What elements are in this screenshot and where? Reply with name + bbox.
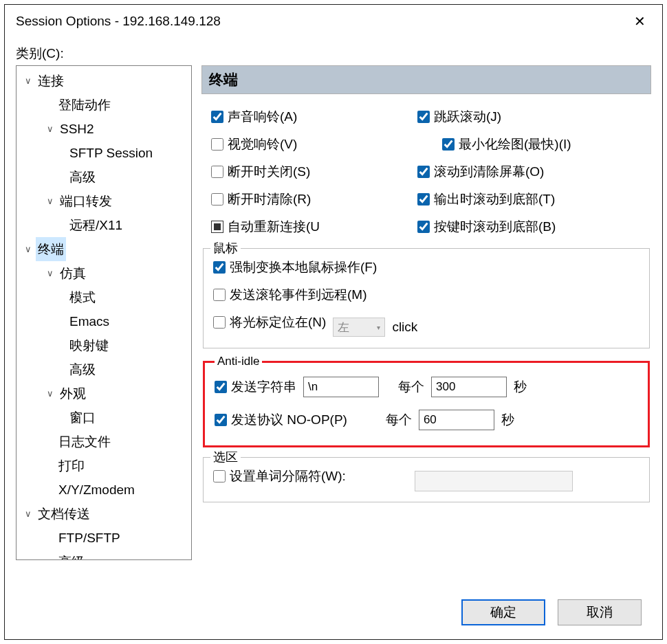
chevron-down-icon: ▾ — [377, 324, 380, 331]
tree-item-ftpsftp[interactable]: FTP/SFTP — [17, 526, 191, 550]
tree-item-filetransfer[interactable]: ∨文档传送 — [17, 502, 191, 526]
group-mouse-legend: 鼠标 — [210, 240, 241, 256]
tree-item-advanced2[interactable]: 高级 — [17, 357, 191, 381]
tree-item-mapkey[interactable]: 映射键 — [17, 333, 191, 357]
dialog-footer: 确定 取消 — [461, 599, 642, 625]
send-string-input[interactable] — [303, 377, 379, 397]
checkbox-send-string[interactable]: 发送字符串 — [215, 378, 296, 396]
checkbox-close-disconnect[interactable]: 断开时关闭(S) — [211, 163, 417, 181]
tree-item-xyzmodem[interactable]: X/Y/Zmodem — [17, 478, 191, 502]
send-string-seconds-input[interactable] — [431, 377, 507, 397]
checkbox-send-protocol[interactable]: 发送协议 NO-OP(P) — [215, 411, 347, 429]
checkbox-scroll-bottom-output[interactable]: 输出时滚动到底部(T) — [417, 190, 571, 208]
group-anti-idle: Anti-idle 发送字符串 每个 秒 发送协议 NO-OP(P) 每个 秒 — [203, 361, 650, 447]
checkbox-send-wheel[interactable]: 发送滚轮事件到远程(M) — [213, 286, 367, 304]
tree-item-appearance[interactable]: ∨外观 — [17, 381, 191, 406]
tree-item-window[interactable]: 窗口 — [17, 406, 191, 430]
checkbox-word-delim[interactable]: 设置单词分隔符(W): — [213, 467, 346, 485]
checkbox-place-cursor[interactable]: 将光标定位在(N) — [213, 313, 326, 331]
send-protocol-seconds-input[interactable] — [419, 410, 494, 430]
checkbox-force-local-mouse[interactable]: 强制变换本地鼠标操作(F) — [213, 258, 377, 276]
tree-item-terminal[interactable]: ∨终端 — [17, 237, 191, 261]
word-delim-input — [415, 471, 573, 491]
tree-item-emacs[interactable]: Emacs — [17, 309, 191, 333]
checkbox-clear-disconnect[interactable]: 断开时清除(R) — [211, 190, 417, 208]
group-mouse: 鼠标 强制变换本地鼠标操作(F) 发送滚轮事件到远程(M) 将光标定位在(N) … — [203, 248, 650, 348]
tree-item-connection[interactable]: ∨连接 — [17, 69, 191, 93]
tree-item-ssh2[interactable]: ∨SSH2 — [17, 117, 191, 141]
checkbox-scroll-bottom-key[interactable]: 按键时滚动到底部(B) — [417, 218, 571, 236]
tree-item-logon[interactable]: 登陆动作 — [17, 93, 191, 117]
tree-item-emulation[interactable]: ∨仿真 — [17, 261, 191, 285]
tree-item-advanced1[interactable]: 高级 — [17, 165, 191, 189]
seconds-label-1: 秒 — [514, 378, 527, 396]
tree-item-portfwd[interactable]: ∨端口转发 — [17, 189, 191, 213]
group-anti-idle-legend: Anti-idle — [215, 355, 262, 368]
tree-item-print[interactable]: 打印 — [17, 454, 191, 478]
window-title: Session Options - 192.168.149.128 — [16, 14, 221, 29]
category-label: 类别(C): — [5, 35, 662, 65]
close-icon[interactable]: ✕ — [627, 10, 653, 32]
every-label-2: 每个 — [386, 411, 412, 429]
dialog: Session Options - 192.168.149.128 ✕ 类别(C… — [4, 4, 663, 640]
titlebar: Session Options - 192.168.149.128 ✕ — [5, 5, 662, 35]
tree-item-advanced3[interactable]: 高级 — [17, 550, 191, 560]
checkbox-scroll-clear[interactable]: 滚动到清除屏幕(O) — [417, 163, 571, 181]
tree-item-sftp[interactable]: SFTP Session — [17, 141, 191, 165]
group-selection: 选区 设置单词分隔符(W): — [203, 457, 650, 502]
settings-panel: 终端 声音响铃(A) 视觉响铃(V) 断开时关闭(S) 断开时清除(R) 自动重… — [201, 65, 651, 560]
checkbox-min-draw[interactable]: 最小化绘图(最快)(I) — [417, 135, 571, 153]
click-label: click — [392, 320, 417, 335]
group-selection-legend: 选区 — [210, 449, 241, 465]
cancel-button[interactable]: 取消 — [558, 599, 642, 625]
panel-header: 终端 — [201, 65, 651, 94]
tree-item-logfile[interactable]: 日志文件 — [17, 430, 191, 454]
checkbox-audio-bell[interactable]: 声音响铃(A) — [211, 108, 417, 126]
tree-item-remote[interactable]: 远程/X11 — [17, 213, 191, 237]
checkbox-auto-reconnect[interactable]: 自动重新连接(U — [211, 218, 417, 236]
every-label-1: 每个 — [398, 378, 424, 396]
seconds-label-2: 秒 — [501, 411, 514, 429]
checkbox-jump-scroll[interactable]: 跳跃滚动(J) — [417, 108, 571, 126]
category-tree[interactable]: ∨连接 登陆动作 ∨SSH2 SFTP Session 高级 ∨端口转发 远程/… — [16, 65, 192, 560]
tree-item-mode[interactable]: 模式 — [17, 285, 191, 309]
checkbox-visual-bell[interactable]: 视觉响铃(V) — [211, 135, 417, 153]
ok-button[interactable]: 确定 — [461, 599, 545, 625]
cursor-position-select: 左 ▾ — [333, 318, 385, 337]
